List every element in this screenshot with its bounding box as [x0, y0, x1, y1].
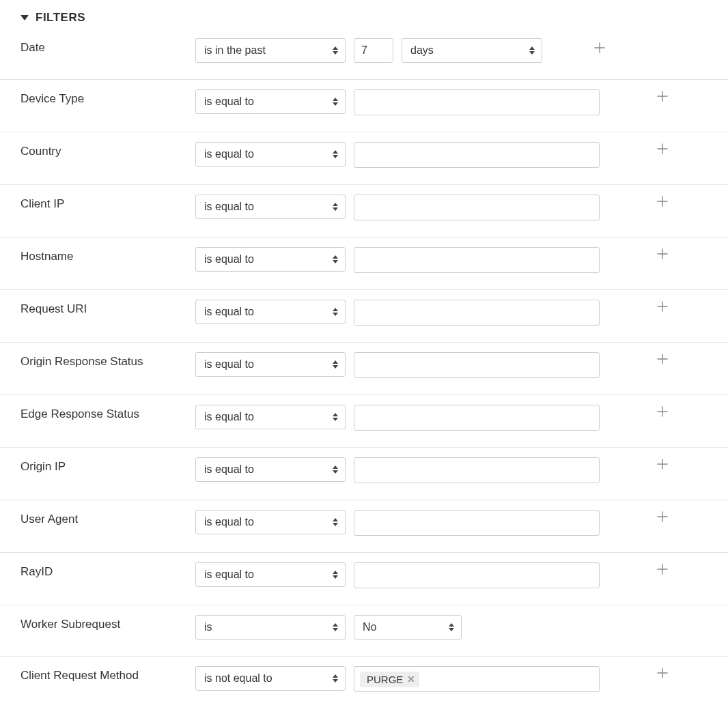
- value-input[interactable]: [354, 510, 600, 536]
- filter-label: RayID: [20, 562, 195, 579]
- value-input-field[interactable]: [360, 146, 593, 164]
- value-input-field[interactable]: [360, 356, 593, 374]
- filter-label: Origin IP: [20, 457, 195, 474]
- value-input[interactable]: PURGE✕: [354, 666, 600, 692]
- operator-select[interactable]: is equal to: [195, 89, 346, 114]
- filter-row: Request URIis equal to: [0, 290, 728, 343]
- filter-label: Country: [20, 142, 195, 158]
- filter-label: Client Request Method: [20, 666, 195, 683]
- filters-title: FILTERS: [36, 11, 85, 25]
- add-filter-button[interactable]: [657, 91, 668, 102]
- operator-select[interactable]: is equal to: [195, 142, 346, 167]
- value-input-field[interactable]: [423, 670, 593, 688]
- operator-value: is equal to: [204, 148, 254, 160]
- tag-label: PURGE: [367, 674, 403, 685]
- operator-select[interactable]: is equal to: [195, 195, 346, 219]
- operator-select[interactable]: is equal to: [195, 562, 346, 587]
- operator-value: is equal to: [204, 306, 254, 318]
- filter-controls: is equal to: [195, 247, 708, 273]
- value-input[interactable]: [354, 457, 600, 483]
- operator-value: is: [204, 621, 212, 633]
- filter-row: Countryis equal to: [0, 132, 728, 185]
- add-filter-button[interactable]: [657, 196, 668, 207]
- add-filter-button[interactable]: [657, 301, 668, 312]
- value-input-field[interactable]: [360, 461, 593, 479]
- value-input[interactable]: [354, 562, 600, 588]
- add-filter-button[interactable]: [657, 459, 668, 470]
- filter-row: Origin Response Statusis equal to: [0, 343, 728, 395]
- select-arrows-icon: [333, 98, 338, 106]
- select-arrows-icon: [449, 623, 454, 631]
- unit-value: days: [410, 44, 434, 57]
- filter-controls: is equal to: [195, 300, 708, 326]
- number-input[interactable]: [354, 38, 393, 63]
- value-input-field[interactable]: [360, 514, 593, 532]
- add-filter-button[interactable]: [657, 143, 668, 154]
- value-input[interactable]: [354, 352, 600, 378]
- operator-select[interactable]: is in the past: [195, 38, 346, 63]
- tag-remove-icon[interactable]: ✕: [407, 674, 415, 684]
- filter-row: User Agentis equal to: [0, 500, 728, 553]
- filter-label: Edge Response Status: [20, 405, 195, 421]
- filter-label: Request URI: [20, 300, 195, 316]
- add-filter-button[interactable]: [657, 564, 668, 575]
- select-arrows-icon: [333, 150, 338, 158]
- value-input[interactable]: [354, 405, 600, 431]
- operator-value: is equal to: [204, 96, 254, 108]
- select-arrows-icon: [333, 255, 338, 263]
- value-input-field[interactable]: [360, 566, 593, 584]
- operator-select[interactable]: is equal to: [195, 300, 346, 324]
- value-input[interactable]: [354, 89, 600, 115]
- select-arrows-icon: [333, 360, 338, 369]
- operator-value: is equal to: [204, 411, 254, 423]
- value-tag: PURGE✕: [360, 672, 419, 687]
- value-input-field[interactable]: [360, 409, 593, 427]
- operator-select[interactable]: is equal to: [195, 457, 346, 482]
- value-input-field[interactable]: [360, 304, 593, 321]
- add-filter-button[interactable]: [594, 42, 605, 53]
- value-input-field[interactable]: [360, 251, 593, 269]
- unit-select[interactable]: days: [402, 38, 542, 63]
- value-select[interactable]: No: [354, 615, 462, 640]
- select-arrows-icon: [333, 623, 338, 631]
- operator-select[interactable]: is not equal to: [195, 666, 346, 691]
- filter-controls: is equal to: [195, 562, 708, 588]
- add-filter-button[interactable]: [657, 406, 668, 417]
- value-input[interactable]: [354, 142, 600, 168]
- filter-label: Date: [20, 38, 195, 55]
- value-input[interactable]: [354, 247, 600, 273]
- add-filter-button[interactable]: [657, 511, 668, 522]
- operator-value: is not equal to: [204, 672, 272, 685]
- operator-select[interactable]: is equal to: [195, 247, 346, 272]
- select-arrows-icon: [333, 518, 338, 526]
- filter-row: Hostnameis equal to: [0, 238, 728, 290]
- add-filter-button[interactable]: [657, 354, 668, 364]
- select-arrows-icon: [333, 465, 338, 474]
- operator-select[interactable]: is equal to: [195, 510, 346, 534]
- value-input-field[interactable]: [360, 94, 593, 111]
- select-arrows-icon: [333, 413, 338, 421]
- select-arrows-icon: [529, 46, 535, 55]
- value-select-text: No: [363, 621, 376, 633]
- value-input[interactable]: [354, 195, 600, 220]
- add-filter-button[interactable]: [657, 667, 668, 678]
- filter-label: Hostname: [20, 247, 195, 263]
- value-input-field[interactable]: [360, 199, 593, 216]
- value-input[interactable]: [354, 300, 600, 326]
- select-arrows-icon: [333, 46, 338, 55]
- add-filter-button[interactable]: [657, 248, 668, 259]
- filter-row: Device Typeis equal to: [0, 80, 728, 132]
- operator-select[interactable]: is: [195, 615, 346, 640]
- chevron-down-icon: [20, 15, 29, 20]
- filter-label: Worker Subrequest: [20, 615, 195, 631]
- filters-header[interactable]: FILTERS: [0, 8, 728, 31]
- filter-controls: is equal to: [195, 142, 708, 168]
- filter-controls: is equal to: [195, 195, 708, 220]
- filter-controls: is equal to: [195, 352, 708, 378]
- operator-value: is in the past: [204, 44, 266, 57]
- operator-value: is equal to: [204, 201, 254, 213]
- filter-label: Origin Response Status: [20, 352, 195, 369]
- operator-select[interactable]: is equal to: [195, 405, 346, 429]
- operator-select[interactable]: is equal to: [195, 352, 346, 377]
- select-arrows-icon: [333, 203, 338, 211]
